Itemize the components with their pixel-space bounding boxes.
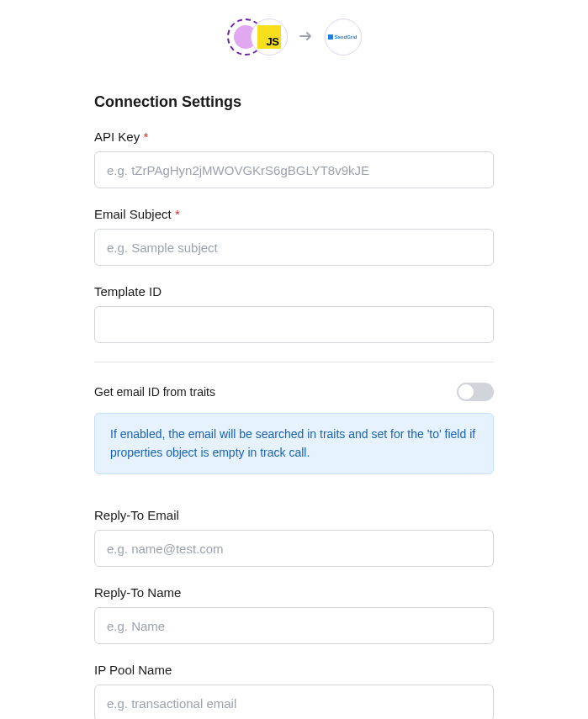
source-icon-group: JS [227, 19, 288, 56]
traits-toggle[interactable] [457, 383, 494, 401]
js-icon-wrapper: JS [251, 19, 288, 56]
email-subject-label: Email Subject * [94, 207, 494, 221]
reply-to-name-group: Reply-To Name [94, 585, 494, 644]
reply-to-email-label: Reply-To Email [94, 508, 494, 522]
sendgrid-icon: SendGrid [328, 34, 357, 40]
destination-icon-wrapper: SendGrid [325, 19, 362, 56]
section-title: Connection Settings [94, 93, 494, 111]
traits-toggle-row: Get email ID from traits [94, 383, 494, 401]
required-indicator: * [175, 207, 180, 221]
ip-pool-name-group: IP Pool Name [94, 663, 494, 719]
ip-pool-name-input[interactable] [94, 685, 494, 719]
api-key-input[interactable] [94, 151, 494, 188]
traits-info-text: If enabled, the email will be searched i… [110, 426, 478, 462]
template-id-label: Template ID [94, 284, 494, 299]
template-id-input[interactable] [94, 306, 494, 343]
api-key-label: API Key * [94, 130, 494, 144]
traits-toggle-label: Get email ID from traits [94, 385, 215, 399]
reply-to-email-group: Reply-To Email [94, 508, 494, 567]
email-subject-group: Email Subject * [94, 207, 494, 266]
reply-to-name-input[interactable] [94, 607, 494, 644]
required-indicator: * [143, 130, 148, 144]
toggle-knob [458, 384, 474, 399]
reply-to-name-label: Reply-To Name [94, 585, 494, 600]
email-subject-input[interactable] [94, 229, 494, 266]
arrow-right-icon [299, 29, 313, 45]
template-id-group: Template ID [94, 284, 494, 343]
divider [94, 362, 494, 362]
api-key-group: API Key * [94, 130, 494, 188]
reply-to-email-input[interactable] [94, 530, 494, 567]
traits-info-box: If enabled, the email will be searched i… [94, 413, 494, 474]
js-icon: JS [257, 25, 281, 49]
connection-header: JS SendGrid [94, 19, 494, 56]
ip-pool-name-label: IP Pool Name [94, 663, 494, 677]
